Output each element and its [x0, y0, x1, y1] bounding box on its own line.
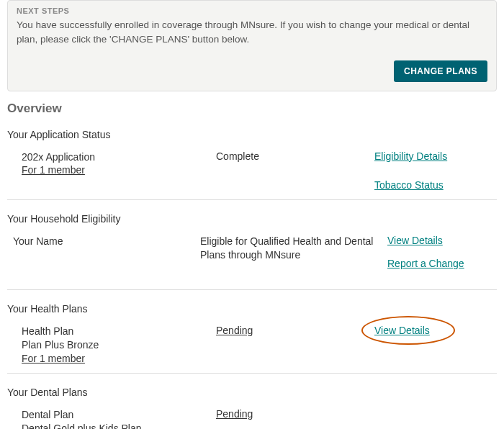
next-steps-title: NEXT STEPS — [17, 6, 487, 15]
health-plan-member-link[interactable]: For 1 member — [22, 353, 85, 364]
application-status-section: Your Application Status 202x Application… — [7, 129, 497, 191]
household-eligibility-title: Your Household Eligibility — [7, 213, 497, 225]
next-steps-text: You have successfully enrolled in covera… — [17, 18, 487, 48]
report-change-link[interactable]: Report a Change — [387, 258, 464, 269]
health-plan-name: Health Plan — [22, 325, 216, 339]
household-view-details-link[interactable]: View Details — [387, 235, 443, 246]
application-status-value: Complete — [216, 150, 259, 162]
eligibility-details-link[interactable]: Eligibility Details — [374, 150, 447, 162]
dental-plan-subname: Dental Gold plus Kids Plan — [22, 422, 216, 429]
dental-plan-name: Dental Plan — [22, 408, 216, 423]
household-eligibility-section: Your Household Eligibility Your Name Eli… — [7, 213, 497, 269]
dental-plan-status: Pending — [216, 408, 253, 420]
divider — [7, 199, 497, 200]
dental-plans-title: Your Dental Plans — [7, 387, 497, 398]
household-name: Your Name — [13, 235, 63, 247]
application-member-link[interactable]: For 1 member — [22, 164, 85, 176]
health-plan-subname: Plan Plus Bronze — [22, 338, 216, 353]
household-eligibility-text: Eligible for Qualified Health and Dental… — [200, 235, 387, 263]
health-plans-title: Your Health Plans — [7, 303, 497, 315]
health-plan-view-details-link[interactable]: View Details — [374, 325, 430, 336]
dental-plans-section: Your Dental Plans Dental Plan Dental Gol… — [7, 387, 497, 429]
health-plan-status: Pending — [216, 325, 253, 336]
tobacco-status-link[interactable]: Tobacco Status — [374, 179, 444, 191]
change-plans-button[interactable]: CHANGE PLANS — [394, 60, 487, 82]
divider — [7, 373, 497, 374]
next-steps-panel: NEXT STEPS You have successfully enrolle… — [7, 0, 497, 91]
divider — [7, 289, 497, 290]
application-name: 202x Application — [22, 150, 216, 165]
overview-title: Overview — [7, 101, 497, 116]
application-status-title: Your Application Status — [7, 129, 497, 140]
health-plans-section: Your Health Plans Health Plan Plan Plus … — [7, 303, 497, 364]
